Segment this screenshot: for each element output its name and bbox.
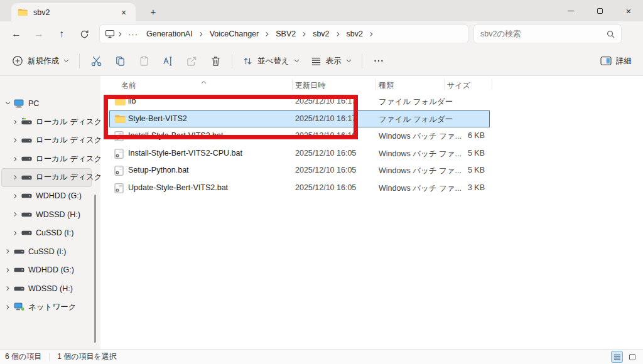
chevron-right-icon[interactable] bbox=[11, 193, 19, 199]
sidebar-item[interactable]: CuSSD (I:) bbox=[1, 242, 92, 261]
details-view-toggle[interactable] bbox=[611, 351, 623, 363]
share-button[interactable] bbox=[180, 51, 203, 72]
column-divider[interactable] bbox=[444, 79, 445, 90]
sidebar-item[interactable]: ローカル ディスク (E:) bbox=[1, 150, 92, 169]
column-header-name[interactable]: 名前 bbox=[121, 80, 136, 91]
chevron-right-icon[interactable] bbox=[11, 230, 19, 236]
chevron-down-icon bbox=[346, 59, 352, 63]
drive-icon bbox=[19, 211, 33, 218]
chevron-right-icon[interactable] bbox=[11, 211, 19, 217]
file-name: Install-Style-Bert-VITS2.bat bbox=[128, 131, 223, 140]
breadcrumb-item[interactable]: sbv2 bbox=[308, 29, 333, 38]
column-divider[interactable] bbox=[375, 79, 376, 90]
delete-button[interactable] bbox=[203, 51, 227, 72]
chevron-right-icon[interactable] bbox=[11, 174, 19, 180]
file-row[interactable]: lib2025/12/10 16:17ファイル フォルダー bbox=[109, 93, 490, 110]
column-divider[interactable] bbox=[292, 79, 293, 90]
chevron-right-icon[interactable] bbox=[11, 137, 19, 143]
sidebar-item[interactable]: WDSSD (H:) bbox=[1, 205, 92, 224]
chevron-right-icon[interactable] bbox=[3, 249, 12, 254]
file-type: ファイル フォルダー bbox=[379, 97, 453, 107]
chevron-right-icon[interactable] bbox=[3, 286, 12, 291]
rename-button[interactable] bbox=[156, 51, 180, 72]
chevron-down-icon[interactable] bbox=[3, 100, 12, 106]
address-bar[interactable]: ···GenerationAIVoiceChangerSBV2sbv2sbv2 bbox=[99, 24, 468, 43]
sidebar-item[interactable]: WDHDD (G:) bbox=[1, 261, 92, 280]
breadcrumb-item[interactable]: GenerationAI bbox=[142, 29, 197, 38]
chevron-right-icon[interactable] bbox=[3, 267, 12, 273]
breadcrumb-item[interactable]: sbv2 bbox=[342, 29, 367, 38]
copy-button[interactable] bbox=[108, 51, 132, 72]
item-count: 6 個の項目 bbox=[5, 351, 41, 362]
chevron-right-icon bbox=[300, 31, 308, 37]
file-list-area: 名前 更新日時 種類 サイズ lib2025/12/10 16:17ファイル フ… bbox=[100, 76, 643, 349]
file-row[interactable]: Update-Style-Bert-VITS2.bat2025/12/10 16… bbox=[109, 179, 490, 197]
column-header-type[interactable]: 種類 bbox=[379, 80, 394, 91]
new-button[interactable]: 新規作成 bbox=[6, 51, 75, 71]
back-button[interactable]: ← bbox=[5, 24, 28, 44]
view-button[interactable]: 表示 bbox=[305, 51, 357, 71]
file-modified: 2025/12/10 16:05 bbox=[295, 183, 356, 192]
sidebar-item[interactable]: WDHDD (G:) bbox=[1, 187, 92, 206]
file-row[interactable]: Install-Style-Bert-VITS2-CPU.bat2025/12/… bbox=[109, 145, 490, 163]
breadcrumb-item[interactable]: SBV2 bbox=[271, 29, 300, 38]
sidebar-item[interactable]: CuSSD (I:) bbox=[1, 224, 92, 243]
cut-button[interactable] bbox=[84, 51, 108, 72]
sidebar-item[interactable]: ネットワーク bbox=[1, 298, 92, 317]
paste-button[interactable] bbox=[132, 51, 156, 72]
folder-icon bbox=[114, 114, 126, 124]
sidebar-item[interactable]: ローカル ディスク (F:) bbox=[1, 168, 92, 187]
minimize-button[interactable] bbox=[556, 0, 585, 21]
sort-button[interactable]: 並べ替え bbox=[237, 51, 305, 71]
file-row[interactable]: Install-Style-Bert-VITS2.bat2025/12/10 1… bbox=[109, 127, 490, 145]
forward-button[interactable]: → bbox=[28, 24, 50, 44]
file-row[interactable]: Style-Bert-VITS22025/12/10 16:17ファイル フォル… bbox=[109, 110, 490, 128]
column-divider[interactable] bbox=[492, 79, 492, 90]
file-name: Setup-Python.bat bbox=[128, 166, 189, 174]
sidebar-item[interactable]: ローカル ディスク (D:) bbox=[1, 131, 92, 150]
chevron-right-icon bbox=[197, 31, 205, 37]
sidebar-item[interactable]: ローカル ディスク (C:) bbox=[1, 113, 92, 132]
toolbar-separator bbox=[362, 54, 362, 68]
chevron-right-icon bbox=[116, 31, 124, 37]
sidebar-item-label: WDSSD (H:) bbox=[36, 210, 80, 219]
tab-close-icon[interactable]: × bbox=[118, 7, 129, 18]
explorer-tab[interactable]: sbv2 × bbox=[11, 3, 136, 21]
file-row[interactable]: Setup-Python.bat2025/12/10 16:05Windows … bbox=[109, 162, 490, 179]
maximize-icon bbox=[597, 8, 603, 14]
up-button[interactable]: ↑ bbox=[50, 24, 73, 44]
drive-icon bbox=[12, 249, 26, 255]
breadcrumb-item[interactable]: VoiceChanger bbox=[205, 29, 264, 38]
chevron-right-icon[interactable] bbox=[3, 304, 12, 310]
chevron-right-icon[interactable] bbox=[11, 119, 19, 125]
sidebar-item-label: PC bbox=[28, 99, 39, 108]
sidebar-item[interactable]: WDSSD (H:) bbox=[1, 279, 92, 298]
column-header-modified[interactable]: 更新日時 bbox=[295, 80, 325, 91]
file-size: 5 KB bbox=[436, 166, 485, 174]
details-pane-icon bbox=[600, 56, 612, 66]
new-tab-button[interactable]: + bbox=[147, 5, 159, 18]
search-box[interactable] bbox=[473, 24, 622, 43]
breadcrumb-overflow[interactable]: ··· bbox=[124, 29, 142, 39]
sidebar-item[interactable]: PC bbox=[1, 94, 92, 113]
details-pane-button[interactable]: 詳細 bbox=[600, 56, 632, 67]
search-input[interactable] bbox=[480, 29, 607, 38]
chevron-right-icon[interactable] bbox=[11, 156, 19, 162]
refresh-button[interactable] bbox=[73, 24, 95, 44]
batch-file-icon bbox=[114, 183, 124, 193]
this-pc-icon bbox=[105, 29, 115, 38]
drive-icon bbox=[12, 267, 26, 273]
file-size: 6 KB bbox=[436, 131, 485, 140]
file-modified: 2025/12/10 16:17 bbox=[295, 97, 356, 105]
close-button[interactable]: × bbox=[614, 0, 643, 21]
maximize-button[interactable] bbox=[585, 0, 614, 21]
rename-icon bbox=[162, 55, 174, 67]
icons-view-toggle[interactable] bbox=[626, 351, 638, 363]
sort-button-label: 並べ替え bbox=[257, 56, 289, 67]
column-header-size[interactable]: サイズ bbox=[447, 80, 470, 91]
sidebar-scrollbar[interactable] bbox=[94, 195, 96, 343]
more-options-button[interactable] bbox=[367, 51, 391, 72]
tab-title: sbv2 bbox=[33, 8, 118, 17]
copy-icon bbox=[114, 55, 126, 67]
sidebar-item-label: CuSSD (I:) bbox=[36, 228, 73, 237]
